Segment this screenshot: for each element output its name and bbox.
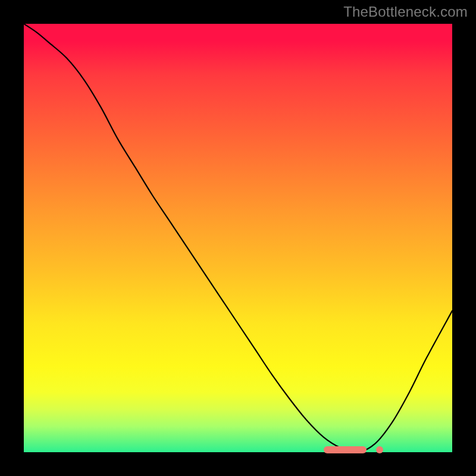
heat-gradient [24, 24, 452, 452]
attribution-label: TheBottleneck.com [343, 4, 468, 20]
marker-strip [324, 446, 367, 453]
marker-dot [376, 446, 383, 453]
chart-frame: TheBottleneck.com [0, 0, 476, 476]
plot-area [24, 24, 452, 452]
